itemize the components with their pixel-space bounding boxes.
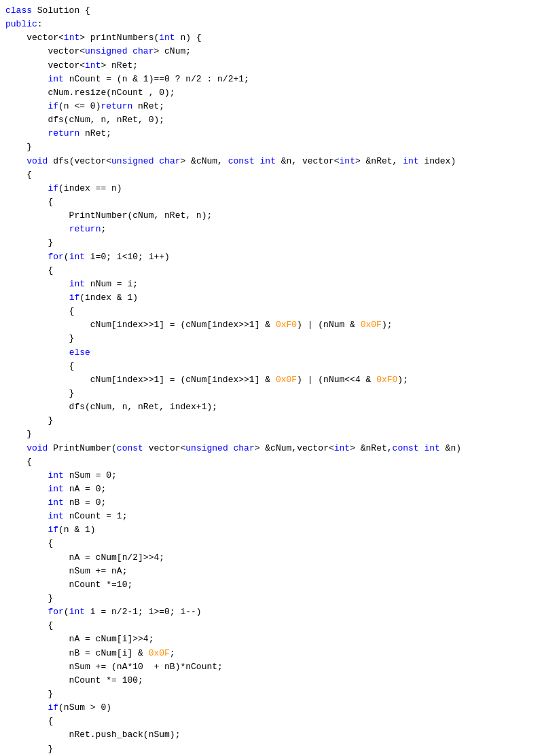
code-line: dfs(cNum, n, nRet, 0); (0, 113, 542, 127)
code-line: } (0, 236, 542, 250)
code-line: { (0, 168, 542, 182)
code-line: if(n <= 0)return nRet; (0, 100, 542, 113)
code-line: } (0, 592, 542, 605)
code-line: return nRet; (0, 127, 542, 140)
code-line: { (0, 455, 542, 469)
code-line: { (0, 360, 542, 373)
code-line: void dfs(vector<unsigned char> &cNum, co… (0, 155, 542, 168)
code-line: vector<int> nRet; (0, 59, 542, 73)
code-line: nSum += nA; (0, 565, 542, 578)
code-line: else (0, 346, 542, 360)
code-line: nA = cNum[n/2]>>4; (0, 551, 542, 565)
code-line: cNum[index>>1] = (cNum[index>>1] & 0x0F)… (0, 373, 542, 387)
code-line: { (0, 537, 542, 550)
code-line: } (0, 387, 542, 400)
code-line: vector<unsigned char> cNum; (0, 45, 542, 58)
code-line: } (0, 742, 542, 756)
code-line: int nCount = (n & 1)==0 ? n/2 : n/2+1; (0, 73, 542, 86)
code-line: nSum += (nA*10 + nB)*nCount; (0, 660, 542, 674)
code-line: nCount *= 100; (0, 674, 542, 687)
code-line: class Solution { (0, 4, 542, 18)
code-line: } (0, 687, 542, 701)
code-line: cNum[index>>1] = (cNum[index>>1] & 0xF0)… (0, 318, 542, 332)
code-block: class Solution {public: vector<int> prin… (0, 0, 542, 756)
code-line: PrintNumber(cNum, nRet, n); (0, 209, 542, 223)
code-line: if(index & 1) (0, 291, 542, 305)
code-line: nRet.push_back(nSum); (0, 728, 542, 742)
code-line: } (0, 414, 542, 428)
code-line: { (0, 715, 542, 728)
code-line: if(index == n) (0, 182, 542, 195)
code-line: { (0, 305, 542, 318)
code-line: int nA = 0; (0, 483, 542, 496)
code-line: int nNum = i; (0, 278, 542, 291)
code-line: } (0, 332, 542, 345)
code-line: { (0, 264, 542, 278)
code-line: cNum.resize(nCount , 0); (0, 86, 542, 100)
code-line: if(nSum > 0) (0, 701, 542, 715)
code-line: } (0, 140, 542, 154)
code-line: dfs(cNum, n, nRet, index+1); (0, 400, 542, 414)
code-line: if(n & 1) (0, 523, 542, 537)
code-line: } (0, 428, 542, 441)
code-line: nA = cNum[i]>>4; (0, 632, 542, 646)
code-line: int nSum = 0; (0, 469, 542, 483)
code-line: { (0, 195, 542, 209)
code-line: vector<int> printNumbers(int n) { (0, 31, 542, 45)
code-line: int nCount = 1; (0, 510, 542, 523)
code-line: nCount *=10; (0, 578, 542, 592)
code-line: return; (0, 223, 542, 236)
code-line: { (0, 619, 542, 632)
code-line: for(int i=0; i<10; i++) (0, 250, 542, 264)
code-line: for(int i = n/2-1; i>=0; i--) (0, 605, 542, 619)
code-line: void PrintNumber(const vector<unsigned c… (0, 442, 542, 455)
code-line: int nB = 0; (0, 496, 542, 510)
code-line: public: (0, 18, 542, 31)
code-line: nB = cNum[i] & 0x0F; (0, 647, 542, 660)
